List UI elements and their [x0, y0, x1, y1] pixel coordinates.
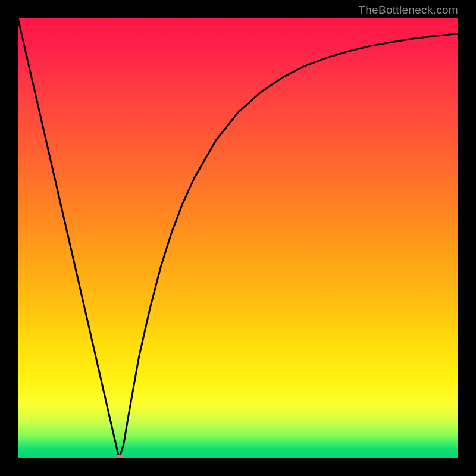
curve-path: [18, 18, 458, 458]
attribution-label: TheBottleneck.com: [358, 4, 458, 17]
bottleneck-curve: [18, 18, 458, 458]
chart-frame: TheBottleneck.com: [0, 0, 476, 476]
plot-area: [18, 18, 458, 458]
minimum-marker: [115, 455, 123, 459]
